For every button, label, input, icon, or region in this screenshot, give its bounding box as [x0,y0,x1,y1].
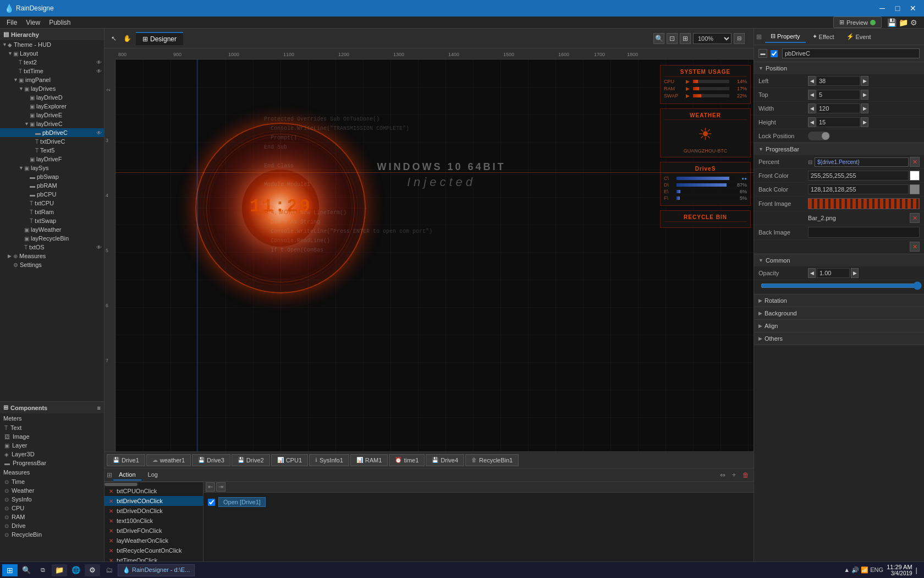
menu-publish[interactable]: Publish [45,18,75,28]
file-tab-drive4[interactable]: 💾 Drive4 [426,454,464,466]
action-item-txtRecycleCountOnClick[interactable]: ✕ txtRecycleCountOnClick [105,546,203,555]
tree-item-text2[interactable]: T text2 👁 [0,58,104,67]
width-input[interactable] [816,103,860,113]
left-dec-btn[interactable]: ◀ [808,76,816,86]
tree-item-settings[interactable]: ⚙ Settings [0,260,104,269]
front-image-clear-btn[interactable]: ✕ [910,213,920,223]
tree-item-Text5[interactable]: T Text5 [0,146,104,155]
tree-item-layWeather[interactable]: ▣ layWeather [0,225,104,234]
file-tab-drive2[interactable]: 💾 Drive2 [232,454,270,466]
file-tab-time1[interactable]: ⏰ time1 [389,454,425,466]
tree-item-layDriveF[interactable]: ▣ layDriveF [0,155,104,163]
opacity-dec-btn[interactable]: ◀ [808,268,816,278]
tree-item-layDriveD[interactable]: ▣ layDriveD [0,93,104,102]
taskbar-chrome-btn[interactable]: ⚙ [85,564,100,576]
comp-item-text[interactable]: T Text [0,423,104,432]
comp-item-image[interactable]: 🖼 Image [0,432,104,441]
comp-item-recyclebin[interactable]: ⊙ RecycleBin [0,530,104,539]
start-button[interactable]: ⊞ [2,564,18,576]
tree-item-theme-hud[interactable]: ▼ ◆ Theme - HUD [0,40,104,49]
left-inc-btn[interactable]: ▶ [861,76,868,86]
percent-formula-input[interactable] [815,157,909,167]
comp-item-sysinfo[interactable]: ⊙ SysInfo [0,495,104,504]
bottom-collapse-btn[interactable]: ⇔ [718,470,728,480]
zoom-lock-button[interactable]: ⊞ [680,33,691,44]
tab-event[interactable]: ⚡ Event [841,31,877,42]
front-color-picker-btn[interactable] [910,171,920,181]
comp-item-layer3d[interactable]: ◈ Layer3D [0,450,104,459]
collapse-left-btn[interactable]: ⇤ [206,482,215,492]
file-tab-drive3[interactable]: 💾 Drive3 [192,454,230,466]
file-tab-drive1[interactable]: 💾 Drive1 [107,454,145,466]
preview-tab[interactable]: ⊞ Preview [833,17,882,28]
position-section-header[interactable]: ▼ Position [754,62,924,74]
align-section-header[interactable]: ▶ Align [754,320,924,332]
tree-item-laySys[interactable]: ▼ ▣ laySys [0,163,104,172]
save-icon[interactable]: 💾 [887,18,897,27]
width-inc-btn[interactable]: ▶ [861,103,868,113]
tree-item-pbDriveC[interactable]: ▬ pbDriveC 👁 [0,128,104,137]
comp-item-drive[interactable]: ⊙ Drive [0,521,104,530]
front-color-input[interactable] [808,171,909,181]
action-item-layWeatherOnClick[interactable]: ✕ layWeatherOnClick [105,536,203,546]
bottom-delete-btn[interactable]: 🗑 [740,470,751,480]
tree-item-txtCPU[interactable]: T txtCPU [0,199,104,208]
minimize-button[interactable]: ─ [876,3,889,14]
file-tab-recyclebin1[interactable]: 🗑 RecycleBin1 [465,454,519,466]
progressbar-section-header[interactable]: ▼ ProgressBar [754,143,924,155]
zoom-fit-button[interactable]: ⊡ [667,33,678,44]
close-button[interactable]: ✕ [906,3,920,14]
taskbar-explorer-btn[interactable]: 📁 [52,564,67,576]
background-section-header[interactable]: ▶ Background [754,307,924,319]
tree-item-layout[interactable]: ▼ ▣ Layout [0,49,104,58]
opacity-slider[interactable] [761,281,922,290]
tree-item-txtOS[interactable]: T txtOS 👁 [0,243,104,252]
visibility-icon[interactable]: 👁 [96,130,102,136]
top-inc-btn[interactable]: ▶ [861,90,868,100]
file-tab-cpu1[interactable]: 📊 CPU1 [271,454,308,466]
folder-icon[interactable]: 📁 [899,18,908,27]
components-more-icon[interactable]: ≡ [97,405,101,411]
tab-log[interactable]: Log [142,470,163,481]
file-tab-sysinfo1[interactable]: ℹ SysInfo1 [309,454,349,466]
tree-item-txtDriveC[interactable]: T txtDriveC [0,137,104,146]
back-color-picker-btn[interactable] [910,184,920,194]
expand-right-btn[interactable]: ⇥ [216,482,226,492]
comp-item-layer[interactable]: ▣ Layer [0,441,104,450]
tree-item-pbCPU[interactable]: ▬ pbCPU [0,190,104,199]
height-input[interactable] [816,117,860,127]
zoom-select[interactable]: 100% 75% 50% 150% 200% [693,33,732,44]
comp-item-progressbar[interactable]: ▬ ProgressBar [0,459,104,467]
others-section-header[interactable]: ▶ Others [754,332,924,345]
height-inc-btn[interactable]: ▶ [861,117,868,127]
taskbar-edge-btn[interactable]: 🌐 [68,564,84,576]
tree-item-layDrives[interactable]: ▼ ▣ layDrives [0,84,104,93]
tab-property[interactable]: ⊟ Property [765,30,806,43]
action-item-txtDriveFOnClick[interactable]: ✕ txtDriveFOnClick [105,526,203,536]
component-name-input[interactable] [782,48,920,58]
bottom-add-btn[interactable]: + [730,470,738,480]
tree-item-layDriveE[interactable]: ▣ layDriveE [0,111,104,119]
percent-clear-btn[interactable]: ✕ [910,157,920,167]
visibility-icon[interactable]: 👁 [96,59,102,66]
height-dec-btn[interactable]: ◀ [808,117,816,127]
tree-item-pbSwap[interactable]: ▬ pbSwap [0,172,104,181]
tree-item-txtTime[interactable]: T txtTime 👁 [0,67,104,75]
comp-item-ram[interactable]: ⊙ RAM [0,512,104,521]
maximize-button[interactable]: □ [891,3,904,14]
comp-item-weather[interactable]: ⊙ Weather [0,486,104,495]
taskbar-files-btn[interactable]: 🗂 [101,564,117,576]
pointer-tool[interactable]: ↖ [109,34,119,43]
grid-toggle-button[interactable]: ⊟ [734,33,745,44]
taskbar-raindesigner-btn[interactable]: 💧 RainDesigner - d:\E... [118,564,195,576]
tree-item-layDriveC[interactable]: ▼ ▣ layDriveC [0,119,104,128]
menu-file[interactable]: File [2,18,21,28]
action-item-txtDriveCOnClick[interactable]: ✕ txtDriveCOnClick [105,496,203,506]
action-checkbox[interactable] [208,499,215,506]
lock-position-toggle[interactable] [808,132,830,140]
design-canvas[interactable]: 11:29 MAR 4, MONDAY Protected Overrides … [116,59,754,451]
back-color-input[interactable] [808,184,909,194]
action-item-text100nClick[interactable]: ✕ text100nClick [105,516,203,526]
width-dec-btn[interactable]: ◀ [808,103,816,113]
action-item-txtDriveDOnClick[interactable]: ✕ txtDriveDOnClick [105,506,203,516]
